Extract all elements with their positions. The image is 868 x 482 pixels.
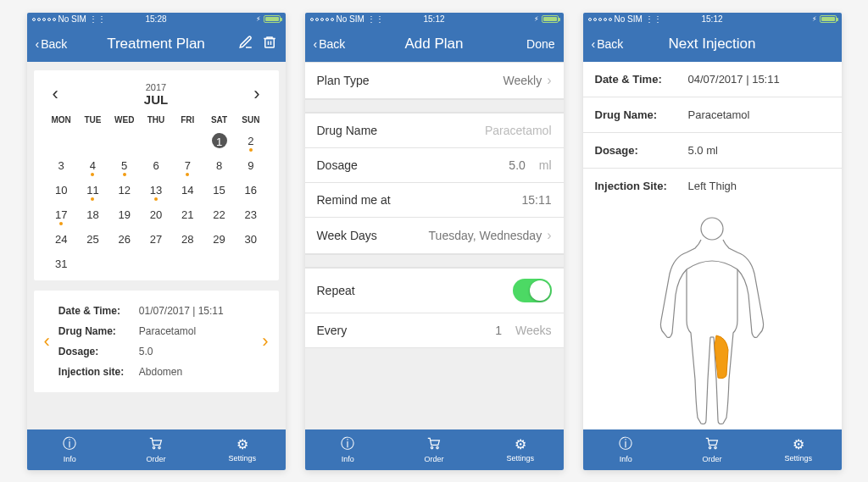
svg-rect-0: [264, 38, 274, 47]
status-time: 15:28: [145, 14, 166, 24]
tab-info[interactable]: ⓘInfo: [305, 429, 392, 470]
detail-site-value: Abdomen: [139, 366, 182, 378]
wifi-icon: ⋮⋮: [645, 14, 662, 24]
tab-info[interactable]: ⓘInfo: [27, 429, 114, 470]
repeat-toggle[interactable]: [513, 279, 552, 302]
tab-order[interactable]: Order: [113, 429, 199, 470]
cal-day[interactable]: 2: [235, 133, 266, 149]
cal-day[interactable]: 26: [108, 231, 140, 247]
screen-treatment-plan: No SIM ⋮⋮ 15:28 ⚡︎ ‹ Back Treatment Plan…: [27, 13, 286, 470]
cal-prev-button[interactable]: ‹: [53, 83, 58, 105]
svg-point-6: [437, 446, 438, 448]
tab-order-label: Order: [147, 455, 166, 463]
svg-point-3: [153, 446, 154, 448]
cal-day[interactable]: 11: [77, 182, 108, 198]
cal-day[interactable]: 1: [203, 133, 235, 149]
tab-settings[interactable]: ⚙Settings: [755, 429, 842, 470]
cal-day[interactable]: 14: [172, 182, 203, 198]
row-remind[interactable]: Remind me at 15:11: [305, 183, 564, 218]
trash-icon[interactable]: [262, 35, 277, 53]
cal-day[interactable]: 20: [140, 207, 171, 223]
cal-day[interactable]: 22: [203, 207, 235, 223]
cal-day[interactable]: 3: [46, 158, 77, 174]
info-icon: ⓘ: [619, 435, 632, 453]
row-dosage[interactable]: Dosage 5.0 ml: [305, 148, 564, 183]
screen-add-plan: No SIM ⋮⋮ 15:12 ⚡︎ ‹Back Add Plan Done P…: [305, 13, 564, 470]
cal-day[interactable]: 21: [172, 207, 203, 223]
cal-day[interactable]: 9: [235, 158, 266, 174]
row-drug: Drug Name: Paracetamol: [583, 97, 842, 133]
row-every[interactable]: Every 1 Weeks: [305, 313, 564, 348]
row-drug-name[interactable]: Drug Name Paracetamol: [305, 114, 564, 148]
cal-day[interactable]: 30: [235, 231, 266, 247]
detail-dosage-value: 5.0: [139, 346, 153, 357]
detail-drug-value: Paracetamol: [139, 325, 196, 337]
cal-day[interactable]: 19: [108, 207, 140, 223]
row-datetime: Date & Time: 04/07/2017 | 15:11: [583, 62, 842, 97]
tab-info[interactable]: ⓘInfo: [583, 429, 670, 470]
cal-day[interactable]: 13: [140, 182, 171, 198]
page-title: Add Plan: [405, 36, 464, 53]
cal-day: [172, 256, 203, 272]
cal-day[interactable]: 8: [203, 158, 235, 174]
cal-day: [46, 133, 77, 149]
cal-day[interactable]: 28: [172, 231, 203, 247]
cal-day[interactable]: 17: [46, 207, 77, 223]
back-button[interactable]: ‹Back: [314, 37, 346, 51]
cal-day[interactable]: 4: [77, 158, 108, 174]
content-area: Date & Time: 04/07/2017 | 15:11 Drug Nam…: [583, 62, 842, 429]
detail-next-button[interactable]: ›: [260, 330, 270, 352]
cal-month: JUL: [144, 92, 168, 107]
back-label: Back: [597, 37, 623, 51]
cal-weekday: SAT: [203, 115, 235, 125]
back-label: Back: [41, 37, 67, 51]
detail-prev-button[interactable]: ‹: [42, 330, 52, 352]
done-button[interactable]: Done: [526, 37, 554, 51]
battery-icon: [264, 15, 281, 23]
cal-day[interactable]: 29: [203, 231, 235, 247]
gear-icon: ⚙: [793, 436, 804, 452]
tab-order[interactable]: Order: [669, 429, 755, 470]
tab-settings-label: Settings: [228, 454, 256, 463]
tab-info-label: Info: [64, 455, 76, 463]
cal-day[interactable]: 31: [46, 256, 77, 272]
cal-day[interactable]: 6: [140, 158, 171, 174]
cal-weekday: SUN: [235, 115, 266, 125]
cal-day[interactable]: 23: [235, 207, 266, 223]
calendar-card: ‹ 2017 JUL › MONTUEWEDTHUFRISATSUN 12345…: [34, 70, 279, 280]
cal-day[interactable]: 16: [235, 182, 266, 198]
back-button[interactable]: ‹Back: [592, 37, 624, 51]
cal-day[interactable]: 15: [203, 182, 235, 198]
battery-icon: [820, 15, 837, 23]
cal-day[interactable]: 24: [46, 231, 77, 247]
detail-site-label: Injection site:: [58, 366, 139, 378]
signal-dots-icon: [32, 18, 56, 21]
cal-day[interactable]: 25: [77, 231, 108, 247]
cal-next-button[interactable]: ›: [253, 83, 259, 105]
nav-bar: ‹ Back Treatment Plan: [27, 26, 286, 62]
nav-bar: ‹Back Next Injection: [583, 26, 842, 62]
edit-icon[interactable]: [238, 35, 253, 53]
dosage-label: Dosage:: [595, 144, 688, 157]
back-button[interactable]: ‹ Back: [36, 37, 68, 51]
cal-day[interactable]: 27: [140, 231, 171, 247]
tab-order[interactable]: Order: [391, 429, 477, 470]
battery-icon: [542, 15, 559, 23]
cal-day: [140, 256, 171, 272]
body-figure[interactable]: [583, 203, 842, 429]
every-label: Every: [317, 324, 348, 337]
svg-point-10: [715, 446, 716, 448]
status-time: 15:12: [423, 14, 444, 24]
tab-settings[interactable]: ⚙Settings: [477, 429, 564, 470]
row-plan-type[interactable]: Plan Type Weekly›: [305, 63, 564, 99]
signal-dots-icon: [310, 18, 334, 21]
row-weekdays[interactable]: Week Days Tuesday, Wednesday›: [305, 218, 564, 254]
cal-day[interactable]: 5: [108, 158, 140, 174]
cal-day[interactable]: 18: [77, 207, 108, 223]
tab-order-label: Order: [703, 455, 722, 463]
chevron-left-icon: ‹: [36, 37, 40, 51]
tab-settings[interactable]: ⚙Settings: [199, 429, 286, 470]
cal-day[interactable]: 7: [172, 158, 203, 174]
cal-day[interactable]: 12: [108, 182, 140, 198]
cal-day[interactable]: 10: [46, 182, 77, 198]
